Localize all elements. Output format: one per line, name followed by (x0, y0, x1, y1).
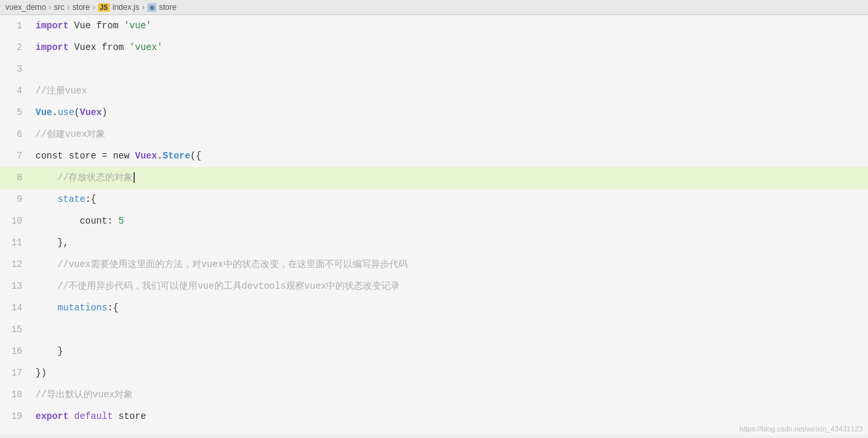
code-line-19: 19 export default store (0, 406, 868, 427)
line-number-2: 2 (0, 37, 33, 59)
line-number-17: 17 (0, 362, 33, 384)
code-line-10: 10 count: 5 (0, 210, 868, 232)
breadcrumb-item-vuexdemo[interactable]: vuex_demo (5, 3, 46, 12)
line-number-8: 8 (0, 167, 33, 189)
breadcrumb-item-store[interactable]: store (72, 3, 90, 12)
line-content-18: //导出默认的vuex对象 (33, 384, 868, 406)
line-content-6: //创建vuex对象 (33, 124, 868, 145)
code-line-1: 1 import Vue from 'vue' (0, 15, 868, 37)
code-line-4: 4 //注册vuex (0, 80, 868, 102)
line-content-7: const store = new Vuex.Store({ (33, 145, 868, 167)
code-line-14: 14 mutations:{ (0, 297, 868, 319)
line-content-11: }, (33, 232, 868, 254)
line-content-13: //不使用异步代码，我们可以使用vue的工具devtools观察vuex中的状态… (33, 276, 868, 297)
line-content-3 (33, 59, 868, 80)
breadcrumb: vuex_demo › src › store › JS index.js › … (0, 0, 868, 15)
breadcrumb-item-indexjs[interactable]: index.js (112, 3, 139, 12)
code-line-13: 13 //不使用异步代码，我们可以使用vue的工具devtools观察vuex中… (0, 276, 868, 297)
breadcrumb-item-src[interactable]: src (54, 3, 64, 12)
line-content-4: //注册vuex (33, 80, 868, 102)
code-line-3: 3 (0, 59, 868, 80)
line-number-6: 6 (0, 124, 33, 145)
line-number-7: 7 (0, 145, 33, 167)
line-number-15: 15 (0, 319, 33, 341)
breadcrumb-sep-2: › (67, 3, 70, 12)
code-line-18: 18 //导出默认的vuex对象 (0, 384, 868, 406)
line-content-8: //存放状态的对象 (33, 167, 868, 189)
code-line-5: 5 Vue.use(Vuex) (0, 102, 868, 124)
line-content-15 (33, 319, 868, 341)
line-number-1: 1 (0, 15, 33, 37)
line-number-9: 9 (0, 189, 33, 210)
line-number-10: 10 (0, 210, 33, 232)
line-number-4: 4 (0, 80, 33, 102)
line-content-9: state:{ (33, 189, 868, 210)
line-number-19: 19 (0, 406, 33, 427)
code-line-11: 11 }, (0, 232, 868, 254)
code-line-17: 17 }) (0, 362, 868, 384)
breadcrumb-store-badge: ⊕ (147, 3, 157, 12)
line-content-17: }) (33, 362, 868, 384)
breadcrumb-sep-1: › (49, 3, 51, 12)
breadcrumb-sep-3: › (93, 3, 95, 12)
line-number-16: 16 (0, 341, 33, 362)
code-line-6: 6 //创建vuex对象 (0, 124, 868, 145)
line-number-3: 3 (0, 59, 33, 80)
code-line-8: 8 //存放状态的对象 (0, 167, 868, 189)
code-line-16: 16 } (0, 341, 868, 362)
line-number-14: 14 (0, 297, 33, 319)
line-number-13: 13 (0, 276, 33, 297)
line-content-12: //vuex需要使用这里面的方法，对vuex中的状态改变，在这里面不可以编写异步… (33, 254, 868, 276)
line-content-10: count: 5 (33, 210, 868, 232)
code-line-9: 9 state:{ (0, 189, 868, 210)
line-number-12: 12 (0, 254, 33, 276)
line-content-14: mutations:{ (33, 297, 868, 319)
line-content-16: } (33, 341, 868, 362)
code-line-7: 7 const store = new Vuex.Store({ (0, 145, 868, 167)
line-content-5: Vue.use(Vuex) (33, 102, 868, 124)
line-content-2: import Vuex from 'vuex' (33, 37, 868, 59)
line-number-18: 18 (0, 384, 33, 406)
line-number-11: 11 (0, 232, 33, 254)
breadcrumb-item-store2[interactable]: store (159, 3, 177, 12)
code-editor[interactable]: 1 import Vue from 'vue' 2 import Vuex fr… (0, 15, 868, 435)
line-content-1: import Vue from 'vue' (33, 15, 868, 37)
breadcrumb-js-badge: JS (98, 3, 110, 12)
line-number-5: 5 (0, 102, 33, 124)
watermark: https://blog.csdn.net/weixin_43431123 (740, 425, 863, 433)
code-line-12: 12 //vuex需要使用这里面的方法，对vuex中的状态改变，在这里面不可以编… (0, 254, 868, 276)
breadcrumb-sep-4: › (142, 3, 145, 12)
code-line-2: 2 import Vuex from 'vuex' (0, 37, 868, 59)
code-line-15: 15 (0, 319, 868, 341)
